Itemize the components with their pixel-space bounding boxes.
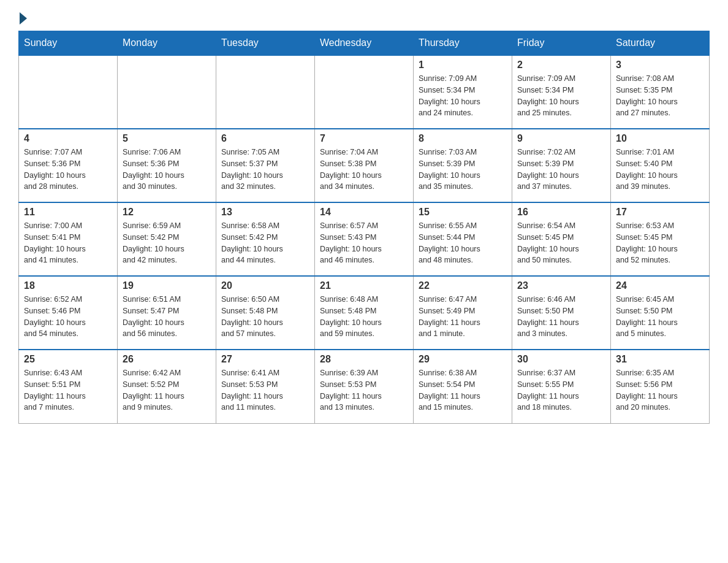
- day-info: Sunrise: 6:59 AMSunset: 5:42 PMDaylight:…: [123, 220, 211, 266]
- day-number: 26: [123, 354, 211, 365]
- calendar-cell: [315, 55, 414, 129]
- day-number: 19: [123, 280, 211, 291]
- calendar-cell: 25Sunrise: 6:43 AMSunset: 5:51 PMDayligh…: [19, 350, 118, 423]
- calendar-cell: 2Sunrise: 7:09 AMSunset: 5:34 PMDaylight…: [512, 55, 611, 129]
- day-info: Sunrise: 7:05 AMSunset: 5:37 PMDaylight:…: [221, 147, 309, 193]
- calendar-cell: 21Sunrise: 6:48 AMSunset: 5:48 PMDayligh…: [315, 276, 414, 350]
- day-info: Sunrise: 6:37 AMSunset: 5:55 PMDaylight:…: [517, 367, 605, 413]
- calendar-cell: 9Sunrise: 7:02 AMSunset: 5:39 PMDaylight…: [512, 129, 611, 202]
- day-info: Sunrise: 6:41 AMSunset: 5:53 PMDaylight:…: [221, 367, 309, 413]
- calendar-cell: 15Sunrise: 6:55 AMSunset: 5:44 PMDayligh…: [414, 202, 512, 276]
- calendar-table: SundayMondayTuesdayWednesdayThursdayFrid…: [18, 31, 710, 424]
- calendar-cell: 18Sunrise: 6:52 AMSunset: 5:46 PMDayligh…: [19, 276, 118, 350]
- col-header-friday: Friday: [512, 31, 611, 56]
- day-info: Sunrise: 7:07 AMSunset: 5:36 PMDaylight:…: [24, 147, 112, 193]
- day-info: Sunrise: 6:50 AMSunset: 5:48 PMDaylight:…: [221, 294, 309, 340]
- calendar-cell: 13Sunrise: 6:58 AMSunset: 5:42 PMDayligh…: [216, 202, 315, 276]
- day-info: Sunrise: 6:42 AMSunset: 5:52 PMDaylight:…: [123, 367, 211, 413]
- logo-arrow-icon: [20, 12, 27, 25]
- day-number: 6: [221, 133, 309, 144]
- calendar-header-row: SundayMondayTuesdayWednesdayThursdayFrid…: [19, 31, 710, 56]
- day-number: 23: [517, 280, 605, 291]
- calendar-cell: 26Sunrise: 6:42 AMSunset: 5:52 PMDayligh…: [118, 350, 216, 423]
- week-row-5: 25Sunrise: 6:43 AMSunset: 5:51 PMDayligh…: [19, 350, 710, 423]
- day-info: Sunrise: 7:02 AMSunset: 5:39 PMDaylight:…: [517, 147, 605, 193]
- calendar-cell: 7Sunrise: 7:04 AMSunset: 5:38 PMDaylight…: [315, 129, 414, 202]
- calendar-cell: 28Sunrise: 6:39 AMSunset: 5:53 PMDayligh…: [315, 350, 414, 423]
- col-header-wednesday: Wednesday: [315, 31, 414, 56]
- calendar-cell: 16Sunrise: 6:54 AMSunset: 5:45 PMDayligh…: [512, 202, 611, 276]
- day-number: 17: [616, 207, 704, 218]
- day-info: Sunrise: 6:58 AMSunset: 5:42 PMDaylight:…: [221, 220, 309, 266]
- day-info: Sunrise: 6:54 AMSunset: 5:45 PMDaylight:…: [517, 220, 605, 266]
- day-number: 1: [419, 59, 507, 71]
- calendar-cell: 14Sunrise: 6:57 AMSunset: 5:43 PMDayligh…: [315, 202, 414, 276]
- day-number: 28: [320, 354, 408, 365]
- day-number: 20: [221, 280, 309, 291]
- day-number: 10: [616, 133, 704, 144]
- day-info: Sunrise: 7:04 AMSunset: 5:38 PMDaylight:…: [320, 147, 408, 193]
- calendar-cell: 27Sunrise: 6:41 AMSunset: 5:53 PMDayligh…: [216, 350, 315, 423]
- day-number: 5: [123, 133, 211, 144]
- calendar-cell: [216, 55, 315, 129]
- day-number: 21: [320, 280, 408, 291]
- week-row-3: 11Sunrise: 7:00 AMSunset: 5:41 PMDayligh…: [19, 202, 710, 276]
- col-header-saturday: Saturday: [611, 31, 710, 56]
- day-info: Sunrise: 6:57 AMSunset: 5:43 PMDaylight:…: [320, 220, 408, 266]
- calendar-cell: 8Sunrise: 7:03 AMSunset: 5:39 PMDaylight…: [414, 129, 512, 202]
- col-header-sunday: Sunday: [19, 31, 118, 56]
- day-number: 22: [419, 280, 507, 291]
- page-header: [18, 12, 710, 25]
- col-header-tuesday: Tuesday: [216, 31, 315, 56]
- day-info: Sunrise: 7:06 AMSunset: 5:36 PMDaylight:…: [123, 147, 211, 193]
- calendar-cell: 4Sunrise: 7:07 AMSunset: 5:36 PMDaylight…: [19, 129, 118, 202]
- calendar-cell: 31Sunrise: 6:35 AMSunset: 5:56 PMDayligh…: [611, 350, 710, 423]
- day-info: Sunrise: 6:35 AMSunset: 5:56 PMDaylight:…: [616, 367, 704, 413]
- day-info: Sunrise: 6:51 AMSunset: 5:47 PMDaylight:…: [123, 294, 211, 340]
- calendar-cell: 29Sunrise: 6:38 AMSunset: 5:54 PMDayligh…: [414, 350, 512, 423]
- day-info: Sunrise: 6:52 AMSunset: 5:46 PMDaylight:…: [24, 294, 112, 340]
- day-info: Sunrise: 7:00 AMSunset: 5:41 PMDaylight:…: [24, 220, 112, 266]
- day-info: Sunrise: 6:38 AMSunset: 5:54 PMDaylight:…: [419, 367, 507, 413]
- day-number: 16: [517, 207, 605, 218]
- day-info: Sunrise: 7:03 AMSunset: 5:39 PMDaylight:…: [419, 147, 507, 193]
- day-number: 13: [221, 207, 309, 218]
- col-header-thursday: Thursday: [414, 31, 512, 56]
- col-header-monday: Monday: [118, 31, 216, 56]
- day-info: Sunrise: 7:09 AMSunset: 5:34 PMDaylight:…: [517, 73, 605, 119]
- day-number: 30: [517, 354, 605, 365]
- day-info: Sunrise: 6:46 AMSunset: 5:50 PMDaylight:…: [517, 294, 605, 340]
- week-row-2: 4Sunrise: 7:07 AMSunset: 5:36 PMDaylight…: [19, 129, 710, 202]
- calendar-cell: 17Sunrise: 6:53 AMSunset: 5:45 PMDayligh…: [611, 202, 710, 276]
- day-number: 3: [616, 59, 704, 71]
- calendar-cell: 3Sunrise: 7:08 AMSunset: 5:35 PMDaylight…: [611, 55, 710, 129]
- day-number: 24: [616, 280, 704, 291]
- day-number: 7: [320, 133, 408, 144]
- calendar-cell: [19, 55, 118, 129]
- day-number: 2: [517, 59, 605, 71]
- calendar-cell: 10Sunrise: 7:01 AMSunset: 5:40 PMDayligh…: [611, 129, 710, 202]
- day-info: Sunrise: 6:47 AMSunset: 5:49 PMDaylight:…: [419, 294, 507, 340]
- calendar-cell: 1Sunrise: 7:09 AMSunset: 5:34 PMDaylight…: [414, 55, 512, 129]
- day-info: Sunrise: 6:55 AMSunset: 5:44 PMDaylight:…: [419, 220, 507, 266]
- day-info: Sunrise: 6:48 AMSunset: 5:48 PMDaylight:…: [320, 294, 408, 340]
- calendar-cell: 11Sunrise: 7:00 AMSunset: 5:41 PMDayligh…: [19, 202, 118, 276]
- day-number: 27: [221, 354, 309, 365]
- week-row-1: 1Sunrise: 7:09 AMSunset: 5:34 PMDaylight…: [19, 55, 710, 129]
- day-number: 4: [24, 133, 112, 144]
- calendar-cell: 5Sunrise: 7:06 AMSunset: 5:36 PMDaylight…: [118, 129, 216, 202]
- calendar-cell: 22Sunrise: 6:47 AMSunset: 5:49 PMDayligh…: [414, 276, 512, 350]
- day-info: Sunrise: 6:53 AMSunset: 5:45 PMDaylight:…: [616, 220, 704, 266]
- calendar-cell: [118, 55, 216, 129]
- day-info: Sunrise: 7:01 AMSunset: 5:40 PMDaylight:…: [616, 147, 704, 193]
- day-info: Sunrise: 7:09 AMSunset: 5:34 PMDaylight:…: [419, 73, 507, 119]
- day-number: 11: [24, 207, 112, 218]
- day-number: 25: [24, 354, 112, 365]
- day-number: 18: [24, 280, 112, 291]
- day-info: Sunrise: 6:43 AMSunset: 5:51 PMDaylight:…: [24, 367, 112, 413]
- day-number: 15: [419, 207, 507, 218]
- calendar-cell: 20Sunrise: 6:50 AMSunset: 5:48 PMDayligh…: [216, 276, 315, 350]
- day-info: Sunrise: 6:45 AMSunset: 5:50 PMDaylight:…: [616, 294, 704, 340]
- day-number: 8: [419, 133, 507, 144]
- day-info: Sunrise: 7:08 AMSunset: 5:35 PMDaylight:…: [616, 73, 704, 119]
